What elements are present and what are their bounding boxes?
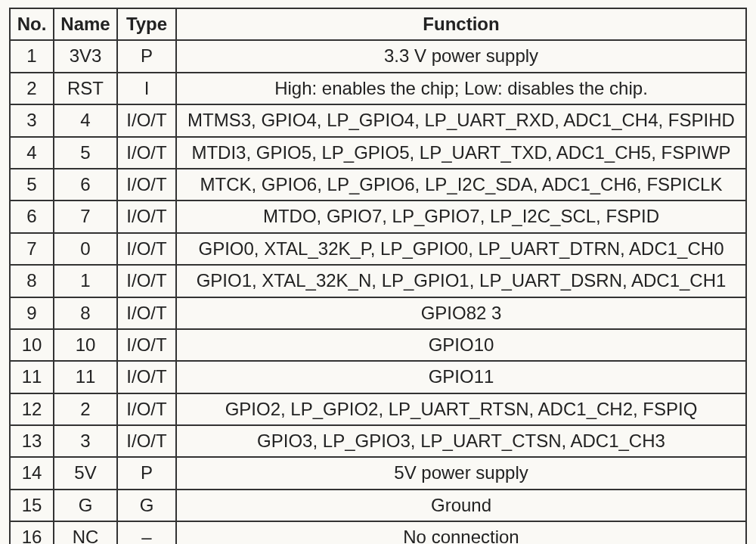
cell-no: 11	[10, 361, 54, 393]
cell-function: GPIO2, LP_GPIO2, LP_UART_RTSN, ADC1_CH2,…	[176, 393, 746, 425]
cell-function: GPIO3, LP_GPIO3, LP_UART_CTSN, ADC1_CH3	[176, 425, 746, 457]
cell-function: GPIO0, XTAL_32K_P, LP_GPIO0, LP_UART_DTR…	[176, 233, 746, 265]
table-row: 98I/O/TGPIO82 3	[10, 297, 746, 329]
cell-type: I/O/T	[117, 137, 176, 169]
cell-name: 8	[54, 297, 117, 329]
cell-name: 11	[54, 361, 117, 393]
cell-function: 5V power supply	[176, 457, 746, 489]
cell-type: I/O/T	[117, 265, 176, 297]
cell-no: 4	[10, 137, 54, 169]
cell-function: MTMS3, GPIO4, LP_GPIO4, LP_UART_RXD, ADC…	[176, 104, 746, 136]
cell-name: 3V3	[54, 40, 117, 72]
cell-no: 14	[10, 457, 54, 489]
cell-no: 16	[10, 521, 54, 544]
cell-type: I	[117, 73, 176, 104]
cell-type: I/O/T	[117, 201, 176, 232]
cell-no: 12	[10, 393, 54, 425]
table-row: 1111I/O/TGPIO11	[10, 361, 746, 393]
cell-function: GPIO1, XTAL_32K_N, LP_GPIO1, LP_UART_DSR…	[176, 265, 746, 297]
cell-no: 3	[10, 104, 54, 136]
table-row: 16NC–No connection	[10, 521, 746, 544]
cell-type: –	[117, 521, 176, 544]
cell-name: 3	[54, 425, 117, 457]
cell-name: NC	[54, 521, 117, 544]
table-row: 15GGGround	[10, 490, 746, 521]
cell-type: G	[117, 490, 176, 521]
table-row: 56I/O/TMTCK, GPIO6, LP_GPIO6, LP_I2C_SDA…	[10, 169, 746, 201]
cell-function: High: enables the chip; Low: disables th…	[176, 73, 746, 104]
pin-table-body: 13V3P3.3 V power supply 2RSTIHigh: enabl…	[10, 40, 746, 544]
cell-type: I/O/T	[117, 169, 176, 201]
table-row: 70I/O/TGPIO0, XTAL_32K_P, LP_GPIO0, LP_U…	[10, 233, 746, 265]
table-row: 34I/O/TMTMS3, GPIO4, LP_GPIO4, LP_UART_R…	[10, 104, 746, 136]
cell-name: RST	[54, 73, 117, 104]
header-function: Function	[176, 8, 746, 40]
table-row: 1010I/O/TGPIO10	[10, 329, 746, 361]
cell-function: GPIO11	[176, 361, 746, 393]
cell-type: I/O/T	[117, 425, 176, 457]
table-row: 145VP5V power supply	[10, 457, 746, 489]
cell-no: 13	[10, 425, 54, 457]
cell-name: 7	[54, 201, 117, 232]
cell-name: 0	[54, 233, 117, 265]
table-row: 2RSTIHigh: enables the chip; Low: disabl…	[10, 73, 746, 104]
cell-no: 7	[10, 233, 54, 265]
cell-function: Ground	[176, 490, 746, 521]
table-row: 81I/O/TGPIO1, XTAL_32K_N, LP_GPIO1, LP_U…	[10, 265, 746, 297]
cell-type: I/O/T	[117, 297, 176, 329]
cell-no: 15	[10, 490, 54, 521]
header-name: Name	[54, 8, 117, 40]
cell-function: MTDO, GPIO7, LP_GPIO7, LP_I2C_SCL, FSPID	[176, 201, 746, 232]
cell-name: 2	[54, 393, 117, 425]
cell-function: GPIO10	[176, 329, 746, 361]
cell-name: 5	[54, 137, 117, 169]
table-row: 67I/O/TMTDO, GPIO7, LP_GPIO7, LP_I2C_SCL…	[10, 201, 746, 232]
cell-name: G	[54, 490, 117, 521]
cell-no: 9	[10, 297, 54, 329]
cell-name: 4	[54, 104, 117, 136]
cell-name: 6	[54, 169, 117, 201]
cell-no: 6	[10, 201, 54, 232]
header-type: Type	[117, 8, 176, 40]
cell-type: P	[117, 40, 176, 72]
cell-type: I/O/T	[117, 393, 176, 425]
cell-function: 3.3 V power supply	[176, 40, 746, 72]
cell-type: I/O/T	[117, 361, 176, 393]
cell-name: 1	[54, 265, 117, 297]
header-no: No.	[10, 8, 54, 40]
cell-function: GPIO82 3	[176, 297, 746, 329]
cell-no: 2	[10, 73, 54, 104]
table-row: 45I/O/TMTDI3, GPIO5, LP_GPIO5, LP_UART_T…	[10, 137, 746, 169]
cell-no: 1	[10, 40, 54, 72]
cell-type: I/O/T	[117, 329, 176, 361]
cell-function: No connection	[176, 521, 746, 544]
table-row: 133I/O/TGPIO3, LP_GPIO3, LP_UART_CTSN, A…	[10, 425, 746, 457]
cell-no: 8	[10, 265, 54, 297]
header-row: No. Name Type Function	[10, 8, 746, 40]
cell-name: 10	[54, 329, 117, 361]
cell-type: I/O/T	[117, 104, 176, 136]
cell-function: MTDI3, GPIO5, LP_GPIO5, LP_UART_TXD, ADC…	[176, 137, 746, 169]
cell-name: 5V	[54, 457, 117, 489]
cell-no: 5	[10, 169, 54, 201]
cell-function: MTCK, GPIO6, LP_GPIO6, LP_I2C_SDA, ADC1_…	[176, 169, 746, 201]
cell-type: I/O/T	[117, 233, 176, 265]
table-row: 122I/O/TGPIO2, LP_GPIO2, LP_UART_RTSN, A…	[10, 393, 746, 425]
pin-table: No. Name Type Function 13V3P3.3 V power …	[9, 8, 747, 544]
cell-no: 10	[10, 329, 54, 361]
cell-type: P	[117, 457, 176, 489]
table-row: 13V3P3.3 V power supply	[10, 40, 746, 72]
